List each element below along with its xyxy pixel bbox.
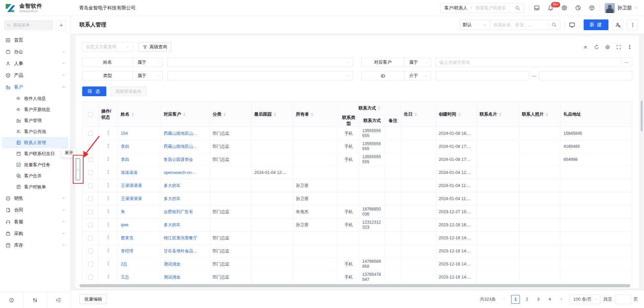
contact-name-link[interactable]: 王灌灌灌灌 <box>121 183 142 188</box>
column-header-礼品地址[interactable]: 礼品地址 <box>561 102 632 127</box>
jump-page-input[interactable] <box>615 295 631 304</box>
customer-link[interactable]: 鲁迅公园退管会 <box>164 157 193 162</box>
contact-name-link[interactable]: 王灌灌灌灌 <box>121 196 142 201</box>
contact-name-link[interactable]: 王总 <box>121 275 129 280</box>
table-settings-icon[interactable] <box>605 45 610 50</box>
contact-name-link[interactable]: 李经理 <box>121 249 133 253</box>
clear-filters-button[interactable]: 清除筛选条件 <box>110 86 147 96</box>
sidebar-item-采购[interactable]: 采购 <box>0 228 70 239</box>
notifications-button[interactable]: 99+ <box>547 5 554 11</box>
row-actions-button[interactable] <box>106 157 111 162</box>
collapse-panel-icon[interactable] <box>583 45 588 50</box>
row-checkbox[interactable] <box>88 223 93 227</box>
user-menu[interactable]: 孙卫朋 <box>605 3 638 13</box>
customer-link[interactable]: 西藏山南地区山... <box>164 131 197 136</box>
contact-name-link[interactable]: 李四 <box>121 157 129 162</box>
column-header-联系人照片[interactable]: 联系人照片 <box>519 102 561 127</box>
vertical-scrollbar-thumb[interactable] <box>641 101 643 131</box>
row-actions-button[interactable] <box>106 248 111 253</box>
row-checkbox[interactable] <box>88 170 93 175</box>
row-actions-button[interactable] <box>106 222 111 227</box>
sidebar-subitem-收件人信息[interactable]: 收件人信息 <box>2 93 68 104</box>
column-header-分类[interactable]: 分类 <box>210 102 252 127</box>
customer-link[interactable]: 西藏山南地区山... <box>164 144 197 149</box>
fullscreen-icon[interactable] <box>616 45 621 50</box>
row-actions-button[interactable] <box>106 183 111 188</box>
gear-icon[interactable] <box>561 5 568 11</box>
sidebar-subitem-客户联系纪念日[interactable]: 客户联系纪念日 <box>2 148 68 159</box>
row-actions-button[interactable] <box>106 261 111 266</box>
customer-link[interactable]: 测试佣金 <box>164 262 180 266</box>
keyword-more-button[interactable] <box>621 58 632 67</box>
filter-value-name-select[interactable] <box>167 58 353 67</box>
row-actions-button[interactable] <box>106 235 111 240</box>
contact-name-link[interactable]: qwe <box>121 223 128 227</box>
horizontal-scrollbar-thumb[interactable] <box>79 284 630 287</box>
contact-name-link[interactable]: 曹莱克 <box>121 236 133 240</box>
collapse-sidebar-icon[interactable] <box>47 292 70 308</box>
sort-icon[interactable] <box>546 113 548 116</box>
sort-icon[interactable] <box>183 113 185 116</box>
refresh-icon[interactable] <box>594 45 599 50</box>
column-header-备注[interactable]: 备注 <box>385 115 401 127</box>
person-search-button[interactable] <box>612 19 623 30</box>
contact-search-input[interactable] <box>490 22 548 27</box>
sort-icon[interactable] <box>311 113 313 116</box>
sidebar-subitem-客户管理[interactable]: 客户管理 <box>2 115 68 126</box>
prev-page-button[interactable] <box>500 295 508 304</box>
column-header-联系类型[interactable]: 联系类型 <box>338 115 360 127</box>
column-header-最后跟踪[interactable]: 最后跟踪 <box>252 102 293 127</box>
sidebar-subitem-客户合并[interactable]: 客户合并 <box>2 170 68 181</box>
filter-op-customer[interactable]: 属于 <box>404 58 431 67</box>
column-header-生日[interactable]: 生日 <box>401 102 436 127</box>
row-actions-button[interactable] <box>106 170 111 175</box>
filter-value-type-select[interactable] <box>167 71 353 80</box>
filter-op-id[interactable]: 介于 <box>404 71 431 80</box>
select-all-checkbox[interactable] <box>88 112 93 117</box>
sidebar-item-人事[interactable]: 人事 <box>0 58 70 69</box>
more-actions-button[interactable] <box>627 19 638 30</box>
row-checkbox[interactable] <box>88 131 93 136</box>
add-menu-button[interactable] <box>56 20 66 30</box>
row-actions-button[interactable] <box>106 130 111 135</box>
sidebar-subitem-联系人管理[interactable]: 联系人管理 <box>2 137 68 148</box>
filter-submit-button[interactable]: 筛 选 <box>82 86 106 96</box>
keyword-search-input[interactable] <box>436 60 621 65</box>
batch-edit-button[interactable]: 批量编辑 <box>79 294 107 304</box>
sort-icon[interactable] <box>223 113 226 116</box>
sidebar-item-产品[interactable]: 产品 <box>0 69 70 81</box>
table-expand-handle[interactable] <box>76 158 80 180</box>
horizontal-scrollbar[interactable] <box>79 284 630 287</box>
sidebar-subitem-客户公共池[interactable]: 客户公共池 <box>2 126 68 137</box>
contact-name-link[interactable]: 涛涛涛涛 <box>121 170 138 175</box>
sort-icon[interactable] <box>415 113 417 116</box>
column-header-姓名[interactable]: 姓名 <box>118 102 161 127</box>
sidebar-item-库存[interactable]: 库存 <box>0 239 70 251</box>
row-checkbox[interactable] <box>88 209 93 214</box>
sidebar-subitem-客户开票信息[interactable]: 客户开票信息 <box>2 104 68 115</box>
page-number-3[interactable]: 3 <box>534 295 543 304</box>
search-icon[interactable] <box>548 20 560 29</box>
row-checkbox[interactable] <box>88 275 93 280</box>
contact-name-link[interactable]: 2总 <box>121 262 127 266</box>
monitor-icon[interactable] <box>569 22 575 28</box>
sliders-icon[interactable] <box>23 292 47 308</box>
sort-icon[interactable] <box>131 113 134 116</box>
advanced-query-button[interactable]: 高级查询 <box>139 42 171 52</box>
view-select[interactable]: 默认 <box>459 20 490 30</box>
inbox-icon[interactable] <box>534 5 540 11</box>
customer-link[interactable]: 多大的车 <box>164 223 180 227</box>
row-actions-button[interactable] <box>106 274 111 279</box>
sidebar-item-销售[interactable]: 销售 <box>0 192 70 204</box>
contact-name-link[interactable]: 李四 <box>121 144 129 149</box>
sort-icon[interactable] <box>274 113 276 116</box>
new-button[interactable]: 新 建 <box>584 19 608 30</box>
filter-op-name[interactable]: 属于 <box>132 58 163 67</box>
sidebar-item-客户[interactable]: 客户 <box>0 81 70 93</box>
row-checkbox[interactable] <box>88 196 93 201</box>
sort-icon[interactable] <box>499 113 501 116</box>
sidebar-item-合同[interactable]: 合同 <box>0 204 70 216</box>
page-size-select[interactable]: 100 条/页 <box>570 295 601 304</box>
sidebar-subitem-批量客户任务[interactable]: 批量客户任务 <box>2 159 68 170</box>
customer-link[interactable]: 多大的车 <box>164 196 180 201</box>
